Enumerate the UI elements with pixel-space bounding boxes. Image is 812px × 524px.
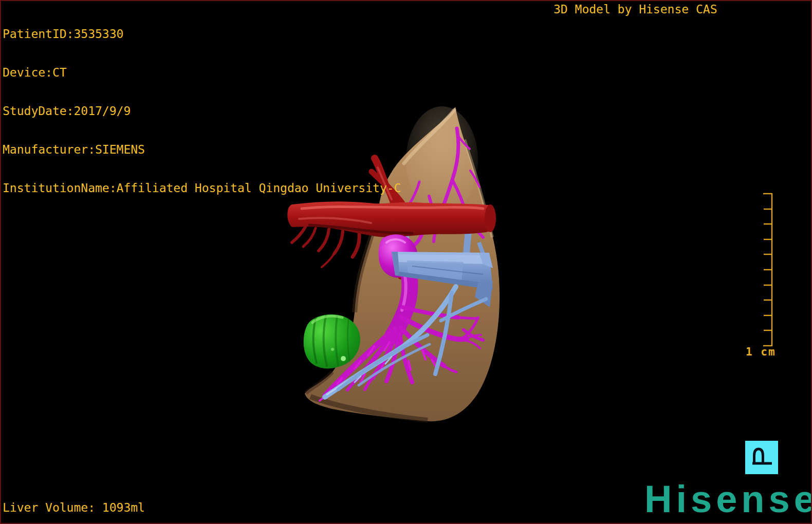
watermark: 3D Model by Hisense CAS: [553, 3, 717, 16]
patient-id: PatientID:3535330: [3, 28, 401, 41]
orientation-p-icon: [745, 441, 778, 474]
device: Device:CT: [3, 66, 401, 79]
study-date: StudyDate:2017/9/9: [3, 105, 401, 118]
institution-name: InstitutionName:Affiliated Hospital Qing…: [3, 182, 401, 195]
hisense-logo: Hisense: [644, 480, 812, 518]
scale-ruler: [762, 192, 775, 349]
manufacturer: Manufacturer:SIEMENS: [3, 143, 401, 156]
patient-info: PatientID:3535330 Device:CT StudyDate:20…: [3, 2, 401, 220]
viewer-root: PatientID:3535330 Device:CT StudyDate:20…: [0, 0, 812, 524]
ruler-label: 1 cm: [746, 346, 776, 358]
liver-volume-label: Liver Volume: 1093ml: [3, 501, 145, 514]
orientation-marker-button[interactable]: [745, 441, 778, 474]
